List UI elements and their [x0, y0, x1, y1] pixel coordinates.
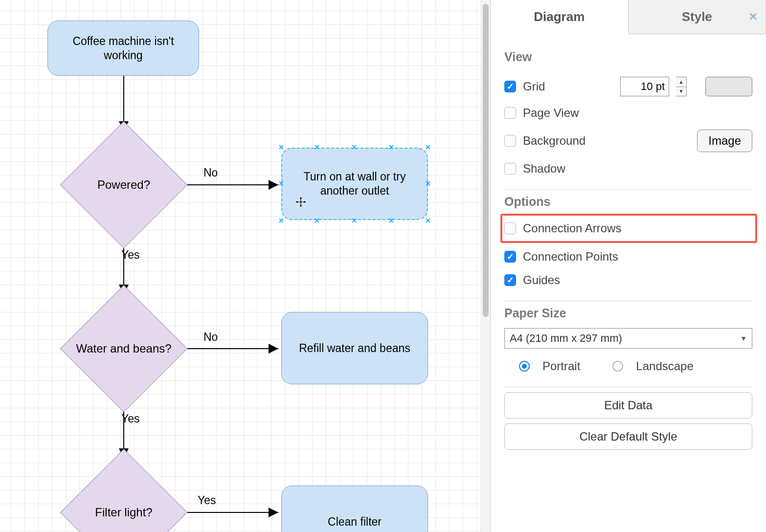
checkbox-grid[interactable] — [504, 81, 516, 92]
highlight-connection-arrows: Connection Arrows — [500, 214, 757, 243]
diagram-canvas[interactable]: Coffee machine isn't working Powered? No… — [0, 0, 490, 532]
selection-handle[interactable]: × — [278, 217, 285, 224]
node-water-beans[interactable]: Water and beans? — [60, 285, 187, 412]
scrollbar-thumb[interactable] — [483, 4, 489, 317]
section-paper-title: Paper Size — [504, 306, 752, 320]
label-grid: Grid — [523, 80, 545, 93]
close-panel-icon[interactable]: × — [749, 9, 757, 24]
paper-size-select[interactable]: A4 (210 mm x 297 mm) ▼ — [504, 328, 752, 349]
node-start-label: Coffee machine isn't working — [55, 34, 192, 63]
label-connection-points: Connection Points — [523, 250, 618, 264]
selection-handle[interactable]: × — [425, 144, 431, 151]
label-shadow: Shadow — [523, 162, 565, 176]
tab-diagram[interactable]: Diagram — [491, 0, 629, 34]
node-turn-on-label: Turn on at wall or try another outlet — [289, 170, 420, 198]
label-page-view: Page View — [523, 106, 579, 120]
node-filter-light[interactable]: Filter light? — [60, 449, 187, 532]
node-powered-label: Powered? — [97, 177, 150, 192]
label-guides: Guides — [523, 273, 560, 287]
checkbox-page-view[interactable] — [504, 107, 516, 119]
chevron-down-icon: ▼ — [740, 334, 747, 342]
label-landscape: Landscape — [636, 359, 693, 373]
node-start[interactable]: Coffee machine isn't working — [47, 21, 199, 76]
grid-size-spinner[interactable]: ▲▼ — [676, 77, 687, 96]
node-refill-label: Refill water and beans — [299, 341, 410, 355]
format-panel: Diagram Style × View Grid ▲▼ Page View B… — [490, 0, 766, 532]
label-portrait: Portrait — [542, 359, 580, 373]
edit-data-button[interactable]: Edit Data — [504, 392, 752, 419]
checkbox-shadow[interactable] — [504, 163, 516, 175]
edge-label-no-1: No — [203, 166, 218, 179]
grid-size-input[interactable] — [620, 77, 669, 96]
edge-label-yes-3: Yes — [198, 494, 216, 507]
checkbox-guides[interactable] — [504, 274, 516, 286]
radio-landscape[interactable] — [612, 361, 623, 372]
node-powered[interactable]: Powered? — [60, 121, 187, 248]
tab-style[interactable]: Style — [629, 0, 766, 34]
label-background: Background — [523, 134, 586, 148]
clear-default-style-button[interactable]: Clear Default Style — [504, 423, 752, 450]
canvas-scrollbar[interactable] — [481, 0, 490, 532]
edge-label-yes-1: Yes — [121, 248, 140, 262]
node-clean-filter[interactable]: Clean filter — [281, 486, 428, 532]
edge-label-no-2: No — [203, 331, 218, 344]
selection-handle[interactable]: × — [278, 144, 285, 151]
grid-color-swatch[interactable] — [705, 77, 752, 96]
checkbox-connection-arrows[interactable] — [504, 222, 516, 234]
selection-handle[interactable]: × — [425, 217, 431, 224]
node-turn-on[interactable]: Turn on at wall or try another outlet — [281, 148, 428, 220]
node-refill[interactable]: Refill water and beans — [281, 312, 428, 384]
section-options-title: Options — [504, 195, 752, 209]
panel-tabs: Diagram Style — [491, 0, 766, 34]
label-connection-arrows: Connection Arrows — [523, 222, 621, 235]
section-view-title: View — [504, 50, 752, 64]
node-filter-light-label: Filter light? — [95, 505, 152, 520]
checkbox-connection-points[interactable] — [504, 251, 516, 263]
background-image-button[interactable]: Image — [697, 130, 752, 152]
node-water-beans-label: Water and beans? — [76, 341, 171, 356]
node-clean-filter-label: Clean filter — [328, 515, 382, 529]
edge-label-yes-2: Yes — [121, 412, 140, 425]
checkbox-background[interactable] — [504, 135, 516, 147]
radio-portrait[interactable] — [519, 361, 530, 372]
